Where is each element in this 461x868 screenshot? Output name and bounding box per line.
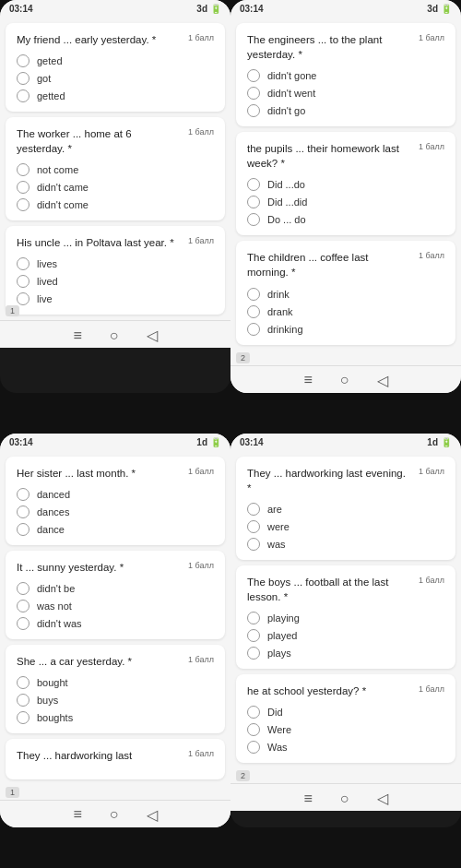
radio-circle[interactable]	[17, 676, 30, 689]
option-item[interactable]: lived	[17, 275, 214, 288]
radio-circle[interactable]	[17, 600, 30, 612]
options-list: not come didn't came didn't come	[17, 163, 214, 211]
quiz-bl: Her sister ... last month. * 1 балл danc…	[0, 451, 230, 785]
back-icon-tl[interactable]: ◁	[147, 327, 158, 344]
radio-circle[interactable]	[17, 488, 30, 501]
radio-circle[interactable]	[247, 104, 260, 117]
radio-circle[interactable]	[247, 520, 260, 533]
radio-circle[interactable]	[247, 503, 260, 516]
option-item[interactable]: plays	[247, 647, 444, 660]
option-item[interactable]: live	[17, 292, 214, 305]
option-item[interactable]: drink	[247, 288, 444, 301]
option-item[interactable]: didn't gone	[247, 69, 444, 82]
back-icon-tr[interactable]: ◁	[377, 372, 388, 389]
radio-circle[interactable]	[17, 181, 30, 194]
radio-circle[interactable]	[17, 257, 30, 270]
option-item[interactable]: didn't go	[247, 104, 444, 117]
radio-circle[interactable]	[247, 178, 260, 191]
option-item[interactable]: buys	[17, 694, 214, 707]
option-item[interactable]: was	[247, 538, 444, 551]
radio-circle[interactable]	[247, 69, 260, 82]
option-item[interactable]: dances	[17, 505, 214, 518]
phone-top-right: 03:14 3d 🔋 The engineers ... to the plan…	[230, 0, 461, 393]
option-label: didn't came	[37, 182, 89, 193]
option-item[interactable]: are	[247, 503, 444, 516]
options-list: danced dances dance	[17, 488, 214, 536]
option-item[interactable]: drinking	[247, 323, 444, 336]
radio-circle[interactable]	[17, 163, 30, 176]
option-item[interactable]: Did ...do	[247, 178, 444, 191]
radio-circle[interactable]	[247, 612, 260, 624]
home-icon-bl[interactable]: ○	[110, 806, 119, 823]
radio-circle[interactable]	[247, 723, 260, 736]
option-item[interactable]: boughts	[17, 711, 214, 724]
radio-circle[interactable]	[17, 617, 30, 630]
option-item[interactable]: didn't came	[17, 181, 214, 194]
radio-circle[interactable]	[247, 288, 260, 301]
option-item[interactable]: Do ... do	[247, 213, 444, 226]
question-text: His uncle ... in Poltava last year. *	[17, 235, 181, 250]
option-item[interactable]: not come	[17, 163, 214, 176]
radio-circle[interactable]	[17, 54, 30, 67]
radio-circle[interactable]	[17, 523, 30, 536]
radio-circle[interactable]	[17, 711, 30, 724]
option-item[interactable]: didn't went	[247, 87, 444, 100]
nav-bar-tl: ≡ ○ ◁	[0, 320, 230, 348]
option-item[interactable]: danced	[17, 488, 214, 501]
radio-circle[interactable]	[17, 694, 30, 707]
radio-circle[interactable]	[17, 292, 30, 305]
radio-circle[interactable]	[17, 89, 30, 102]
back-icon-bl[interactable]: ◁	[147, 806, 158, 824]
option-label: didn't went	[267, 88, 315, 99]
option-item[interactable]: geted	[17, 54, 214, 67]
status-bar-bl: 03:14 1d 🔋	[0, 434, 230, 451]
question-card: His uncle ... in Poltava last year. * 1 …	[6, 226, 225, 315]
option-item[interactable]: didn't was	[17, 617, 214, 630]
radio-circle[interactable]	[17, 505, 30, 518]
menu-icon-br[interactable]: ≡	[303, 791, 312, 807]
option-label: buys	[37, 695, 58, 706]
radio-circle[interactable]	[17, 582, 30, 595]
radio-circle[interactable]	[247, 706, 260, 719]
option-item[interactable]: Were	[247, 723, 444, 736]
radio-circle[interactable]	[247, 647, 260, 660]
option-item[interactable]: Was	[247, 741, 444, 754]
radio-circle[interactable]	[247, 629, 260, 642]
radio-circle[interactable]	[247, 741, 260, 754]
option-item[interactable]: bought	[17, 676, 214, 689]
back-icon-br[interactable]: ◁	[377, 790, 388, 807]
option-item[interactable]: got	[17, 72, 214, 85]
home-icon-tr[interactable]: ○	[340, 372, 349, 388]
option-item[interactable]: played	[247, 629, 444, 642]
menu-icon-tl[interactable]: ≡	[73, 327, 81, 344]
option-item[interactable]: getted	[17, 89, 214, 102]
home-icon-br[interactable]: ○	[340, 791, 349, 807]
option-item[interactable]: Did	[247, 706, 444, 719]
radio-circle[interactable]	[247, 196, 260, 208]
home-icon-tl[interactable]: ○	[110, 327, 119, 344]
option-item[interactable]: dance	[17, 523, 214, 536]
radio-circle[interactable]	[247, 305, 260, 318]
option-item[interactable]: were	[247, 520, 444, 533]
option-item[interactable]: didn't come	[17, 198, 214, 211]
points-badge: 1 балл	[188, 749, 214, 758]
radio-circle[interactable]	[17, 72, 30, 85]
radio-circle[interactable]	[247, 87, 260, 100]
question-text: They ... hardworking last evening. *	[247, 466, 411, 495]
menu-icon-bl[interactable]: ≡	[73, 806, 81, 823]
option-item[interactable]: was not	[17, 600, 214, 612]
option-item[interactable]: playing	[247, 612, 444, 624]
option-item[interactable]: Did ...did	[247, 196, 444, 208]
radio-circle[interactable]	[247, 213, 260, 226]
signal-tr: 3d	[427, 4, 438, 14]
menu-icon-tr[interactable]: ≡	[303, 372, 312, 388]
radio-circle[interactable]	[247, 323, 260, 336]
option-item[interactable]: lives	[17, 257, 214, 270]
radio-circle[interactable]	[247, 538, 260, 551]
radio-circle[interactable]	[17, 198, 30, 211]
option-item[interactable]: didn't be	[17, 582, 214, 595]
question-text: Her sister ... last month. *	[17, 466, 181, 481]
radio-circle[interactable]	[17, 275, 30, 288]
option-item[interactable]: drank	[247, 305, 444, 318]
options-list: geted got getted	[17, 54, 214, 102]
